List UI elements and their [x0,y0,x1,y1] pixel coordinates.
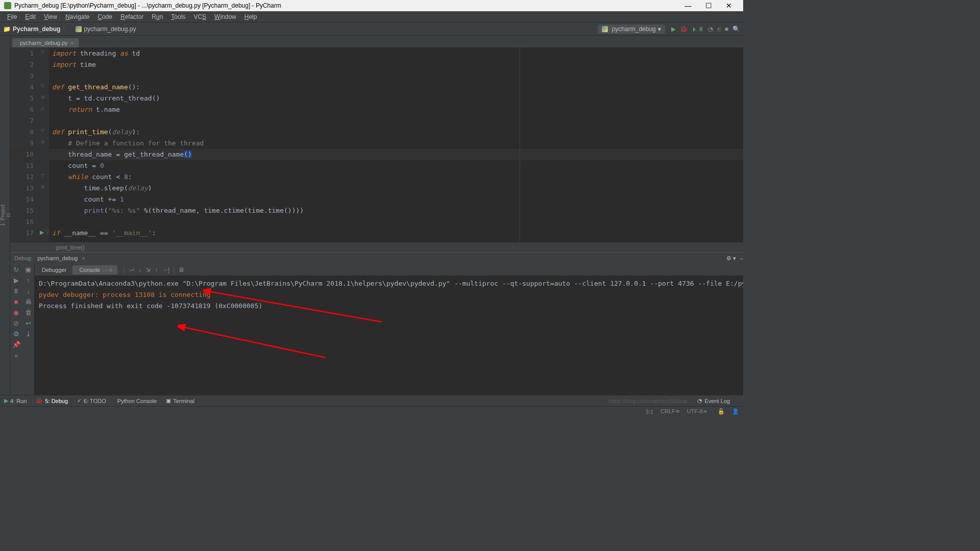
statusbar: 3:1 CRLF≑ UTF-8≑ 🔓 👤 [0,406,743,416]
close-button[interactable]: ✕ [719,2,739,10]
debugger-tab[interactable]: Debugger [37,265,71,274]
run-line-marker-icon[interactable]: ▶ [40,229,44,236]
pin-icon[interactable]: 📌 [12,341,20,348]
more-icon[interactable]: » [14,352,18,359]
bottom-tab-pyconsole[interactable]: Python Console [115,398,157,404]
app-icon [4,2,11,9]
caret-position[interactable]: 3:1 [646,409,653,415]
pause-icon[interactable]: ⏸ [13,287,19,295]
console-output[interactable]: D:\ProgramData\Anaconda3\python.exe "D:\… [35,276,743,395]
search-button[interactable]: 🔍 [732,26,740,33]
python-icon [602,26,608,32]
stop-icon[interactable]: ■ [14,298,18,306]
close-tab-icon[interactable]: × [70,40,74,46]
coverage-button[interactable]: ⏵⏸ [692,26,704,33]
editor-breadcrumb[interactable]: print_time() [10,242,743,252]
close-session-icon[interactable]: × [82,255,85,261]
bottom-tab-run[interactable]: ▶4: Run [4,397,27,404]
menu-help[interactable]: Help [240,12,261,21]
svg-line-1 [183,327,326,358]
bottom-tab-terminal[interactable]: ▣Terminal [166,397,194,404]
step-out-icon[interactable]: ↑ [155,266,158,273]
debug-session-name[interactable]: pycharm_debug × [35,255,85,261]
file-encoding[interactable]: UTF-8≑ [687,408,707,415]
console-tab[interactable]: Console →≡ [72,265,117,274]
line-ending[interactable]: CRLF≑ [660,408,680,415]
step-over-icon[interactable]: ⤻ [129,266,134,273]
mute-breakpoints-icon[interactable]: ⊘ [13,319,19,327]
menubar: File Edit View Navigate Code Refactor Ru… [0,11,743,22]
event-log[interactable]: ◔Event Log [697,397,730,404]
settings-icon[interactable]: ⚙ [13,330,19,338]
run-button[interactable]: ▶ [671,26,676,33]
debug-side-toolbar: ↻ ▶ ⏸ ■ ◉ ⊘ ⚙ 📌 » ▣ [10,264,35,395]
menu-run[interactable]: Run [148,12,167,21]
window-title: Pycharm_debug [E:\python\Pycharm_debug] … [14,2,281,9]
print-icon[interactable]: 🖶 [25,298,32,306]
down-icon[interactable]: ↓ [27,287,30,295]
menu-vcs[interactable]: VCS [189,12,210,21]
watermark: https://blog.csdn.net/xpt1500via [608,398,688,404]
attach-button[interactable]: ⎋ [717,26,721,33]
menu-code[interactable]: Code [93,12,116,21]
run-config-selector[interactable]: pycharm_debug ▾ [598,24,665,34]
editor[interactable]: 1 2 3 4 5 6 7 8 9 10 11 12 13 14 15 16 1 [10,48,743,242]
line-gutter: 1 2 3 4 5 6 7 8 9 10 11 12 13 14 15 16 1 [10,48,39,242]
gear-icon[interactable]: ⚙ ▾ [726,255,736,262]
breadcrumb-root[interactable]: Pycharm_debug [13,26,60,33]
resume-icon[interactable]: ▶ [14,277,19,284]
bottom-toolbar: ▶4: Run 🐞5: Debug ✓6: TODO Python Consol… [0,395,743,406]
menu-refactor[interactable]: Refactor [116,12,148,21]
menu-file[interactable]: File [3,12,21,21]
debug-panel: Debug: pycharm_debug × ⚙ ▾ — ↻ [10,252,743,395]
evaluate-icon[interactable]: 🖥 [174,266,184,273]
menu-edit[interactable]: Edit [21,12,40,21]
hide-panel-icon[interactable]: — [740,255,743,261]
profile-button[interactable]: ◔ [708,26,713,33]
menu-navigate[interactable]: Navigate [61,12,93,21]
menu-tools[interactable]: Tools [167,12,189,21]
step-into-my-icon[interactable]: ⇲ [145,266,151,273]
minimize-button[interactable]: — [678,2,698,10]
navbar: 📁 Pycharm_debug 〉 pycharm_debug.py pycha… [0,22,743,36]
inspector-icon[interactable]: 👤 [732,408,739,415]
layout-icon[interactable]: ▣ [25,266,31,273]
rerun-icon[interactable]: ↻ [13,266,19,273]
left-tool-gutter: 1: Project ⊡ [0,36,10,395]
menu-window[interactable]: Window [210,12,240,21]
stop-button[interactable]: ■ [725,26,728,33]
chevron-down-icon: ▾ [658,26,661,33]
debug-label: Debug: [14,255,32,261]
scroll-icon[interactable]: ⤓ [26,330,31,338]
trash-icon[interactable]: 🗑 [25,309,32,316]
breakpoints-icon[interactable]: ◉ [13,309,19,316]
wrap-icon[interactable]: ↩ [26,319,31,327]
bottom-tab-todo[interactable]: ✓6: TODO [77,397,106,404]
breadcrumb-file[interactable]: pycharm_debug.py [76,26,136,33]
annotation-arrow-2 [178,322,331,363]
editor-tab[interactable]: pycharm_debug.py × [12,38,79,47]
tool-project[interactable]: 1: Project [0,46,6,385]
editor-tabs: pycharm_debug.py × [10,36,743,48]
fold-gutter: ▽ ▽ ⊖ △ ▽ ⊖ ▽ ⊖ ▶ ▽ [39,48,49,242]
lock-icon[interactable]: 🔓 [718,408,725,415]
up-icon[interactable]: ↑ [27,277,30,284]
code-area[interactable]: import threading as td import time def g… [49,48,743,242]
debug-button[interactable]: 🐞 [680,26,688,33]
run-to-cursor-icon[interactable]: →| [162,266,169,273]
titlebar: Pycharm_debug [E:\python\Pycharm_debug] … [0,0,743,11]
step-into-icon[interactable]: ↓ [138,266,141,273]
folder-icon: 📁 [3,26,11,33]
maximize-button[interactable]: ☐ [698,2,719,10]
python-icon [76,26,82,32]
bottom-tab-debug[interactable]: 🐞5: Debug [36,397,68,404]
menu-view[interactable]: View [40,12,61,21]
